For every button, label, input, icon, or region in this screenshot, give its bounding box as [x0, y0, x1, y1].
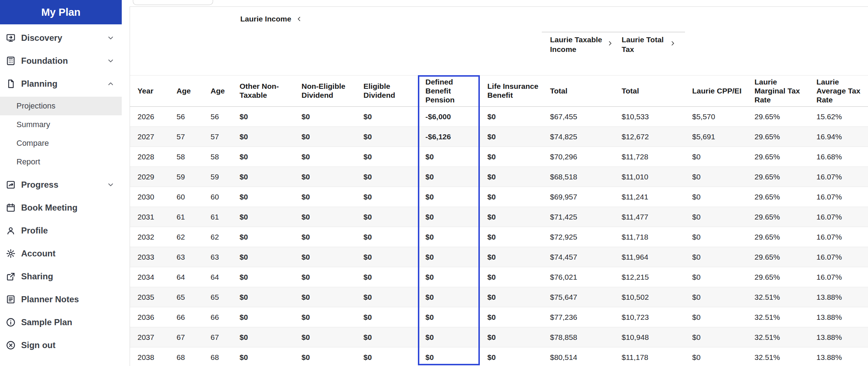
cell-laurie_average_tax_rate: 16.68%: [809, 147, 868, 167]
cell-eligible_dividend[interactable]: $0: [356, 147, 418, 167]
cell-non_eligible_dividend[interactable]: $0: [294, 247, 356, 267]
cell-other_non_taxable[interactable]: $0: [232, 227, 294, 247]
cell-other_non_taxable[interactable]: $0: [232, 127, 294, 147]
cell-life_insurance_benefit[interactable]: $0: [480, 167, 542, 187]
cell-non_eligible_dividend[interactable]: $0: [294, 287, 356, 307]
sidebar-item-summary[interactable]: Summary: [0, 115, 122, 134]
expand-laurie-taxable-income-icon[interactable]: [607, 40, 614, 47]
sidebar-item-sharing[interactable]: Sharing: [0, 265, 122, 288]
sidebar-item-sign-out[interactable]: Sign out: [0, 334, 122, 357]
sidebar-item-book-meeting[interactable]: Book Meeting: [0, 196, 122, 219]
cell-non_eligible_dividend[interactable]: $0: [294, 207, 356, 227]
cell-eligible_dividend[interactable]: $0: [356, 167, 418, 187]
cell-laurie_marginal_tax_rate: 29.65%: [747, 267, 809, 287]
cell-non_eligible_dividend[interactable]: $0: [294, 187, 356, 207]
cell-other_non_taxable[interactable]: $0: [232, 247, 294, 267]
cell-life_insurance_benefit[interactable]: $0: [480, 287, 542, 307]
cell-laurie_marginal_tax_rate: 29.65%: [747, 247, 809, 267]
sidebar-item-planner-notes[interactable]: Planner Notes: [0, 288, 122, 311]
cell-life_insurance_benefit[interactable]: $0: [480, 347, 542, 366]
cell-life_insurance_benefit[interactable]: $0: [480, 307, 542, 327]
column-header-other_non_taxable: Other Non-Taxable: [232, 76, 294, 107]
table-row: 20346464$0$0$0$0$0$76,021$12,215$029.65%…: [130, 267, 868, 287]
cell-eligible_dividend[interactable]: $0: [356, 307, 418, 327]
cell-eligible_dividend[interactable]: $0: [356, 107, 418, 127]
sidebar-item-discovery[interactable]: Discovery: [0, 27, 122, 49]
sidebar-item-foundation[interactable]: Foundation: [0, 49, 122, 72]
partial-tab[interactable]: [133, 0, 213, 5]
cell-eligible_dividend[interactable]: $0: [356, 187, 418, 207]
cell-other_non_taxable[interactable]: $0: [232, 267, 294, 287]
cell-eligible_dividend[interactable]: $0: [356, 287, 418, 307]
cell-laurie_marginal_tax_rate: 29.65%: [747, 127, 809, 147]
cell-laurie_marginal_tax_rate: 29.65%: [747, 167, 809, 187]
cell-life_insurance_benefit[interactable]: $0: [480, 227, 542, 247]
cell-life_insurance_benefit[interactable]: $0: [480, 247, 542, 267]
sidebar-item-projections[interactable]: Projections: [0, 97, 122, 115]
sidebar-item-progress[interactable]: Progress: [0, 173, 122, 196]
cell-eligible_dividend[interactable]: $0: [356, 207, 418, 227]
cell-eligible_dividend[interactable]: $0: [356, 227, 418, 247]
cell-defined_benefit_pension[interactable]: $0: [418, 307, 480, 327]
sidebar-item-sample-plan[interactable]: Sample Plan: [0, 311, 122, 334]
cell-defined_benefit_pension[interactable]: $0: [418, 147, 480, 167]
cell-non_eligible_dividend[interactable]: $0: [294, 147, 356, 167]
cell-defined_benefit_pension[interactable]: $0: [418, 327, 480, 347]
cell-eligible_dividend[interactable]: $0: [356, 327, 418, 347]
cell-other_non_taxable[interactable]: $0: [232, 167, 294, 187]
cell-non_eligible_dividend[interactable]: $0: [294, 227, 356, 247]
cell-life_insurance_benefit[interactable]: $0: [480, 187, 542, 207]
cell-life_insurance_benefit[interactable]: $0: [480, 147, 542, 167]
cell-non_eligible_dividend[interactable]: $0: [294, 307, 356, 327]
sidebar-item-profile[interactable]: Profile: [0, 219, 122, 242]
cell-defined_benefit_pension[interactable]: -$6,126: [418, 127, 480, 147]
sidebar-item-planning[interactable]: Planning: [0, 72, 122, 95]
cell-life_insurance_benefit[interactable]: $0: [480, 107, 542, 127]
cell-age2: 57: [203, 127, 232, 147]
cell-non_eligible_dividend[interactable]: $0: [294, 127, 356, 147]
cell-non_eligible_dividend[interactable]: $0: [294, 167, 356, 187]
planning-sub-list: Projections Summary Compare Report: [0, 95, 122, 173]
cell-life_insurance_benefit[interactable]: $0: [480, 327, 542, 347]
cell-other_non_taxable[interactable]: $0: [232, 107, 294, 127]
cell-other_non_taxable[interactable]: $0: [232, 207, 294, 227]
cell-defined_benefit_pension[interactable]: $0: [418, 247, 480, 267]
sidebar-item-account[interactable]: Account: [0, 242, 122, 265]
plan-title-label: My Plan: [41, 6, 81, 18]
cell-non_eligible_dividend[interactable]: $0: [294, 347, 356, 366]
cell-year: 2038: [130, 347, 169, 366]
cell-life_insurance_benefit[interactable]: $0: [480, 127, 542, 147]
expand-laurie-total-tax-icon[interactable]: [669, 40, 676, 47]
cell-defined_benefit_pension[interactable]: -$6,000: [418, 107, 480, 127]
cell-defined_benefit_pension[interactable]: $0: [418, 167, 480, 187]
cell-age1: 66: [169, 307, 203, 327]
cell-age1: 59: [169, 167, 203, 187]
cell-eligible_dividend[interactable]: $0: [356, 267, 418, 287]
cell-eligible_dividend[interactable]: $0: [356, 247, 418, 267]
cell-non_eligible_dividend[interactable]: $0: [294, 267, 356, 287]
cell-other_non_taxable[interactable]: $0: [232, 287, 294, 307]
cell-non_eligible_dividend[interactable]: $0: [294, 107, 356, 127]
cell-defined_benefit_pension[interactable]: $0: [418, 347, 480, 366]
cell-defined_benefit_pension[interactable]: $0: [418, 287, 480, 307]
cell-other_non_taxable[interactable]: $0: [232, 307, 294, 327]
cell-other_non_taxable[interactable]: $0: [232, 327, 294, 347]
cell-eligible_dividend[interactable]: $0: [356, 347, 418, 366]
cell-other_non_taxable[interactable]: $0: [232, 347, 294, 366]
projections-table-card: Laurie Income Laurie Taxable Income Laur…: [130, 6, 868, 366]
sidebar-item-report[interactable]: Report: [0, 153, 122, 171]
cell-life_insurance_benefit[interactable]: $0: [480, 207, 542, 227]
cell-non_eligible_dividend[interactable]: $0: [294, 327, 356, 347]
cell-defined_benefit_pension[interactable]: $0: [418, 187, 480, 207]
table-row: 20265656$0$0$0-$6,000$0$67,455$10,533$5,…: [130, 107, 868, 127]
collapse-laurie-income-icon[interactable]: [295, 15, 303, 23]
cell-other_non_taxable[interactable]: $0: [232, 147, 294, 167]
cell-eligible_dividend[interactable]: $0: [356, 127, 418, 147]
column-header-laurie_marginal_tax_rate: Laurie Marginal Tax Rate: [747, 76, 809, 107]
cell-other_non_taxable[interactable]: $0: [232, 187, 294, 207]
cell-life_insurance_benefit[interactable]: $0: [480, 267, 542, 287]
sidebar-item-compare[interactable]: Compare: [0, 134, 122, 153]
cell-defined_benefit_pension[interactable]: $0: [418, 267, 480, 287]
cell-defined_benefit_pension[interactable]: $0: [418, 207, 480, 227]
cell-defined_benefit_pension[interactable]: $0: [418, 227, 480, 247]
